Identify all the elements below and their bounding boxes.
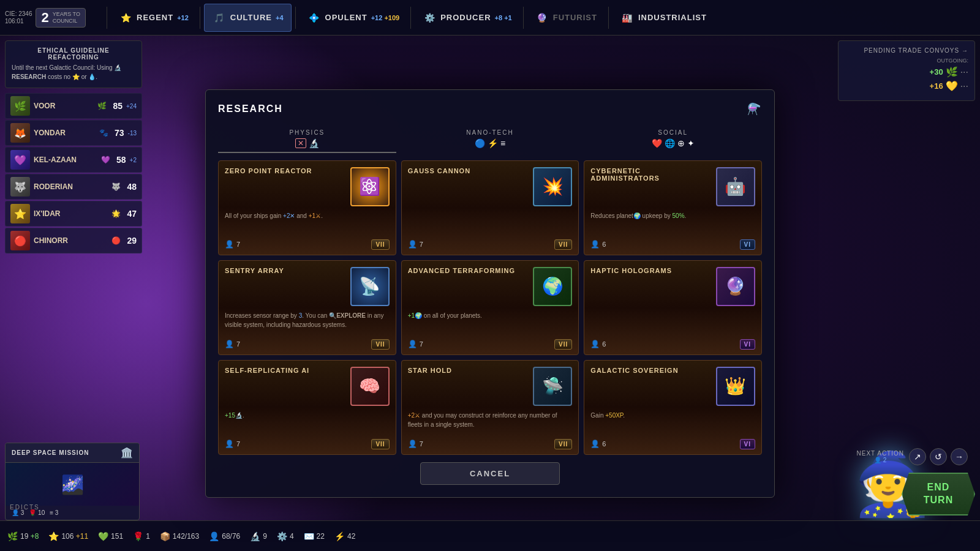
social-label: SOCIAL [587,129,758,136]
card-header-ai: SELF-REPLICATING AI 🧠 [225,367,390,406]
gauss-tier: VII [554,239,572,250]
modal-title-text: RESEARCH [218,103,283,114]
reactor-desc: All of your ships gain +2✕ and +1⚔. [225,211,390,220]
nav-divider-2 [200,7,200,29]
card-advanced-terraforming[interactable]: ADVANCED TERRAFORMING 🌍 +1🌍 on all of yo… [401,260,579,355]
card-header-terra: ADVANCED TERRAFORMING 🌍 [408,267,573,306]
gauss-cost-value: 7 [420,241,423,248]
social-icon3: ⊕ [677,138,685,148]
nav-item-producer[interactable]: ⚙️ PRODUCER +8 +1 [415,4,519,32]
reactor-title: ZERO POINT REACTOR [225,167,350,174]
terra-cost: 👤 7 [408,340,423,348]
cost-icon: 👤 [225,240,234,249]
nanotech-icons: 🔵 ⚡ ≡ [405,138,576,148]
ai-image: 🧠 [350,367,390,406]
card-header-sentry: SENTRY ARRAY 📡 [225,267,390,306]
sentry-footer: 👤 7 VII [225,339,390,350]
terra-desc: +1🌍 on all of your planets. [408,311,573,320]
cyber-footer: 👤 6 VI [590,239,755,250]
ai-tier: VII [371,439,389,449]
reactor-cost-value: 7 [236,241,240,248]
terra-cost-value: 7 [420,340,423,348]
physics-label: PHYSICS [222,129,393,136]
nanotech-label: NANO-TECH [405,129,576,136]
tab-nanotech[interactable]: NANO-TECH 🔵 ⚡ ≡ [401,126,579,153]
cyber-desc: Reduces planet🌍 upkeep by 50%. [590,211,755,220]
terra-cost-icon: 👤 [408,340,417,348]
ai-cost-value: 7 [236,440,240,448]
years-number: 2 [41,10,48,26]
haptic-cost-icon: 👤 [590,340,600,348]
culture-label: CULTURE [230,13,272,22]
ai-cost-icon: 👤 [225,440,234,448]
social-icons: ❤️ 🌐 ⊕ ✦ [587,138,758,148]
futurist-label: FUTURIST [553,13,597,22]
physics-x-icon: ✕ [295,138,306,148]
years-text: YEARS TOCOUNCIL [53,11,80,24]
social-icon4: ✦ [687,138,695,148]
nav-divider-4 [410,7,411,29]
nanotech-icon3: ≡ [500,138,505,148]
starhold-footer: 👤 7 VII [408,439,573,449]
sovereign-tier: VI [740,439,755,449]
ai-title: SELF-REPLICATING AI [225,367,350,374]
starhold-cost-value: 7 [420,440,423,448]
tab-social[interactable]: SOCIAL ❤️ 🌐 ⊕ ✦ [584,126,762,153]
cie-info: CIE: 2346 106:01 2 YEARS TOCOUNCIL [5,8,103,28]
regent-icon: ⭐ [118,10,133,25]
sentry-cost: 👤 7 [225,340,240,348]
card-haptic-holograms[interactable]: HAPTIC HOLOGRAMS 🔮 👤 6 VI [584,260,762,355]
terra-footer: 👤 7 VII [408,339,573,350]
nanotech-icon2: ⚡ [488,138,498,148]
culture-icon: 🎵 [212,10,227,25]
modal-title-bar: RESEARCH ⚗️ [218,102,762,116]
sovereign-footer: 👤 6 VI [590,439,755,449]
physics-icons: ✕ 🔬 [222,138,393,148]
reactor-cost: 👤 7 [225,240,240,249]
card-header-sovereign: GALACTIC SOVEREIGN 👑 [590,367,755,406]
reactor-image: ⚛️ [350,167,390,206]
nav-item-regent[interactable]: ⭐ REGENT +12 [111,4,196,32]
cyber-tier: VI [740,239,755,250]
gauss-cost: 👤 7 [408,240,423,249]
producer-bonus: +8 +1 [495,14,512,21]
card-gauss-cannon[interactable]: GAUSS CANNON 💥 👤 7 VII [401,160,579,255]
sovereign-cost: 👤 6 [590,440,606,448]
card-galactic-sovereign[interactable]: GALACTIC SOVEREIGN 👑 Gain +50XP. 👤 6 VI [584,360,762,455]
sovereign-image: 👑 [716,367,755,406]
gauss-image: 💥 [533,167,572,206]
reactor-tier: VII [371,239,389,250]
card-self-replicating-ai[interactable]: SELF-REPLICATING AI 🧠 +15🔬. 👤 7 VII [218,360,396,455]
research-tabs: PHYSICS ✕ 🔬 NANO-TECH 🔵 ⚡ ≡ SOCIAL ❤️ � [218,126,762,153]
haptic-title: HAPTIC HOLOGRAMS [590,267,716,274]
ai-cost: 👤 7 [225,440,240,448]
ai-desc: +15🔬. [225,411,390,420]
haptic-footer: 👤 6 VI [590,339,755,350]
sovereign-cost-value: 6 [602,440,606,448]
years-badge: 2 YEARS TOCOUNCIL [36,8,85,28]
nav-item-industrialist[interactable]: 🏭 INDUSTRIALIST [612,4,714,32]
card-header-starhold: STAR HOLD 🛸 [408,367,573,406]
terra-tier: VII [554,339,572,350]
nanotech-icon1: 🔵 [475,138,485,148]
card-star-hold[interactable]: STAR HOLD 🛸 +2⚔ and you may construct or… [401,360,579,455]
cancel-button[interactable]: CANCEL [420,462,560,485]
opulent-bonus: +12 +109 [371,14,400,21]
nav-divider-3 [295,7,296,29]
starhold-image: 🛸 [533,367,572,406]
modal-overlay: RESEARCH ⚗️ PHYSICS ✕ 🔬 NANO-TECH 🔵 ⚡ ≡ [0,36,980,551]
nav-item-futurist[interactable]: 🔮 FUTURIST [527,4,605,32]
tab-physics[interactable]: PHYSICS ✕ 🔬 [218,126,396,153]
opulent-icon: 💠 [307,10,322,25]
opulent-label: OPULENT [325,13,368,22]
card-sentry-array[interactable]: SENTRY ARRAY 📡 Increases sensor range by… [218,260,396,355]
starhold-title: STAR HOLD [408,367,533,374]
nav-item-opulent[interactable]: 💠 OPULENT +12 +109 [300,4,407,32]
card-zero-point-reactor[interactable]: ZERO POINT REACTOR ⚛️ All of your ships … [218,160,396,255]
industrialist-icon: 🏭 [620,10,635,25]
reactor-footer: 👤 7 VII [225,239,390,250]
ai-footer: 👤 7 VII [225,439,390,449]
card-cybernetic-admin[interactable]: CYBERNETIC ADMINISTRATORS 🤖 Reduces plan… [584,160,762,255]
sentry-cost-icon: 👤 [225,340,234,348]
nav-item-culture[interactable]: 🎵 CULTURE +4 [204,4,292,32]
